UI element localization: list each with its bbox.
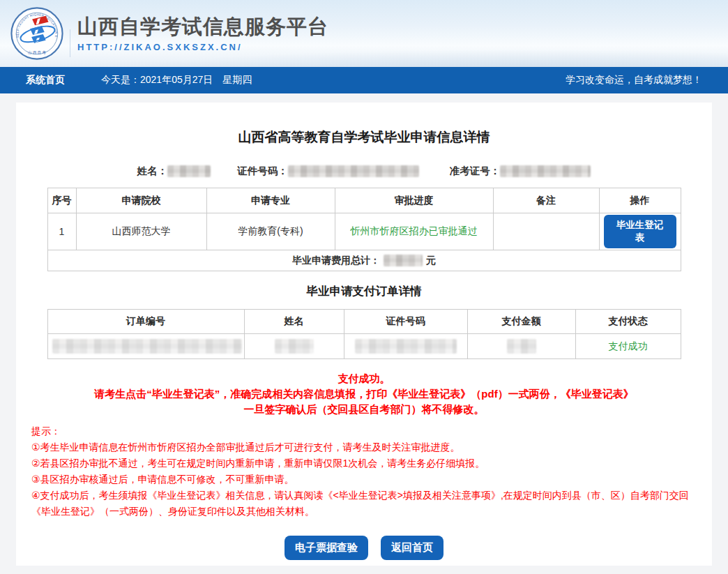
tips-title: 提示： — [31, 423, 692, 439]
col-seq: 序号 — [47, 188, 76, 213]
nav-slogan: 学习改变命运，自考成就梦想！ — [566, 74, 702, 86]
notice-line-2: 请考生点击“毕业生登记表”，准确完成相关内容信息填报，打印《毕业生登记表》（pd… — [16, 386, 712, 402]
back-home-button[interactable]: 返回首页 — [381, 536, 443, 560]
payment-section-title: 毕业申请支付订单详情 — [16, 284, 712, 299]
redacted-payer-id — [355, 339, 457, 354]
col-action: 操作 — [599, 188, 681, 213]
tip-item-1: ①考生毕业申请信息在忻州市忻府区招办全部审批通过后才可进行支付，请考生及时关注审… — [31, 439, 692, 455]
cell-pay-name — [244, 334, 344, 359]
site-title: 山西自学考试信息服务平台 — [77, 15, 328, 38]
cell-progress: 忻州市忻府区招办已审批通过 — [335, 213, 493, 250]
col-pay-name: 姓名 — [244, 310, 344, 334]
redacted-order-number — [52, 339, 242, 354]
svg-text:山 西 自 考: 山 西 自 考 — [28, 50, 47, 55]
notice-line-1: 支付成功。 — [16, 371, 712, 386]
tips-block: 提示： ①考生毕业申请信息在忻州市忻府区招办全部审批通过后才可进行支付，请考生及… — [31, 423, 692, 520]
cell-pay-id — [344, 334, 467, 359]
graduate-registration-form-button[interactable]: 毕业生登记表 — [604, 215, 676, 248]
payment-success-notice: 支付成功。 请考生点击“毕业生登记表”，准确完成相关内容信息填报，打印《毕业生登… — [16, 371, 712, 417]
action-buttons: 电子票据查验 返回首页 — [16, 536, 712, 560]
cell-order-no — [47, 334, 244, 359]
cell-pay-status: 支付成功 — [575, 334, 681, 359]
ticket-number-label: 准考证号： — [450, 165, 501, 178]
redacted-amount — [507, 339, 536, 354]
name-label: 姓名： — [137, 165, 168, 178]
page: SELF-TAUGHT HIGHER EDUCATION EXAMINATION… — [0, 0, 728, 574]
tip-item-3: ③县区招办审核通过后，申请信息不可修改，不可重新申请。 — [31, 471, 692, 488]
col-pay-status: 支付状态 — [575, 310, 681, 334]
page-title: 山西省高等教育自学考试毕业申请信息详情 — [16, 103, 712, 146]
site-header: SELF-TAUGHT HIGHER EDUCATION EXAMINATION… — [0, 0, 728, 67]
cell-pay-amount — [467, 334, 575, 359]
redacted-name-value — [167, 165, 211, 177]
notice-line-3: 一旦签字确认后（交回县区自考部门）将不得修改。 — [16, 402, 712, 417]
payment-table: 订单编号 姓名 证件号码 支付金额 支付状态 支付成功 — [47, 309, 681, 359]
col-major: 申请专业 — [206, 188, 335, 213]
cell-seq: 1 — [47, 213, 76, 250]
id-number-label: 证件号码： — [237, 165, 288, 178]
application-table-row: 1 山西师范大学 学前教育(专科) 忻州市忻府区招办已审批通过 毕业生登记表 — [47, 213, 681, 250]
col-pay-amount: 支付金额 — [467, 310, 575, 334]
e-invoice-check-button[interactable]: 电子票据查验 — [285, 536, 368, 560]
col-pay-id: 证件号码 — [344, 310, 467, 334]
cell-remark — [493, 213, 599, 250]
redacted-id-number-value — [288, 165, 419, 177]
nav-date-text: 今天是：2021年05月27日 星期四 — [101, 74, 252, 86]
redacted-ticket-number-value — [500, 165, 591, 177]
col-school: 申请院校 — [76, 188, 206, 213]
col-progress: 审批进度 — [335, 188, 493, 213]
col-remark: 备注 — [493, 188, 599, 213]
application-table-header-row: 序号 申请院校 申请专业 审批进度 备注 操作 — [47, 188, 681, 213]
cell-major: 学前教育(专科) — [206, 213, 335, 250]
tip-item-4: ④支付成功后，考生须填报《毕业生登记表》相关信息，请认真阅读《<毕业生登记表>填… — [31, 488, 692, 520]
brand-divider — [70, 29, 70, 57]
site-logo-icon: SELF-TAUGHT HIGHER EDUCATION EXAMINATION… — [10, 6, 64, 61]
nav-bar: 系统首页 今天是：2021年05月27日 星期四 学习改变命运，自考成就梦想！ — [0, 67, 728, 93]
col-order-no: 订单编号 — [47, 310, 244, 334]
nav-home-link[interactable]: 系统首页 — [26, 74, 65, 86]
cell-school: 山西师范大学 — [76, 213, 206, 250]
payment-table-row: 支付成功 — [47, 334, 681, 359]
application-table: 序号 申请院校 申请专业 审批进度 备注 操作 1 山西师范大学 学前教育(专科… — [47, 188, 681, 271]
payment-table-header-row: 订单编号 姓名 证件号码 支付金额 支付状态 — [47, 310, 681, 334]
identity-row: 姓名： 证件号码： 准考证号： — [16, 165, 712, 178]
redacted-payer-name — [275, 339, 314, 354]
exam-badge-icon: SELF-TAUGHT HIGHER EDUCATION EXAMINATION… — [10, 6, 64, 61]
fee-total-row: 毕业申请费用总计：元 — [47, 250, 681, 271]
redacted-fee-value — [384, 255, 423, 266]
site-url[interactable]: HTTP://ZIKAO.SXKSZX.CN/ — [77, 42, 328, 52]
cell-action: 毕业生登记表 — [599, 213, 681, 250]
fee-total-label: 毕业申请费用总计： — [292, 255, 380, 266]
fee-total-cell: 毕业申请费用总计：元 — [47, 250, 681, 271]
fee-total-suffix: 元 — [426, 255, 436, 266]
content-card: 山西省高等教育自学考试毕业申请信息详情 姓名： 证件号码： 准考证号： — [16, 103, 712, 566]
tip-item-2: ②若县区招办审批不通过，考生可在规定时间内重新申请，重新申请仅限1次机会，请考生… — [31, 455, 692, 471]
